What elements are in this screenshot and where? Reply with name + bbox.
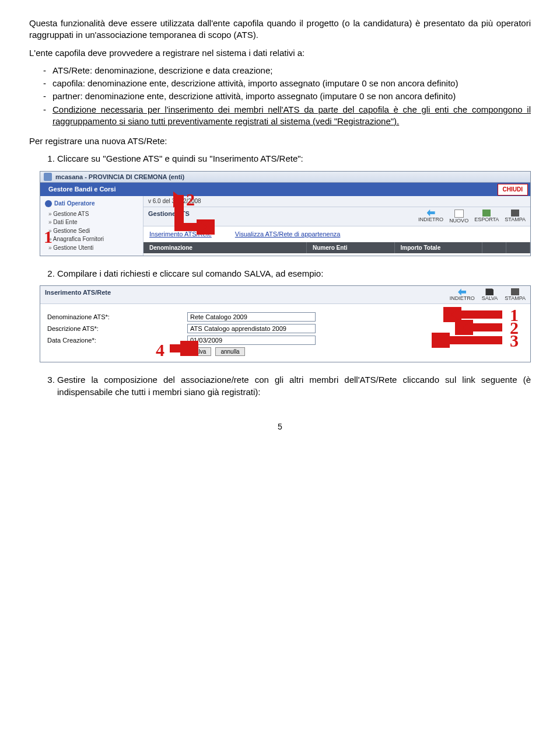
back-button[interactable]: INDIETRO (418, 210, 443, 224)
label-data: Data Creazione*: (47, 336, 187, 345)
section-title: Gestione ATS (148, 210, 418, 224)
annotation-arrow-4 (170, 344, 181, 352)
annotation-arrow-3 (450, 336, 502, 344)
list-item: ATS/Rete: denominazione, descrizione e d… (43, 65, 531, 76)
annotation-4: 4 (156, 338, 164, 362)
list-item: capofila: denominazione ente, descrizion… (43, 78, 531, 89)
col-importo: Importo Totale (395, 242, 483, 254)
input-descrizione[interactable] (187, 324, 316, 333)
label-denominazione: Denominazione ATS*: (47, 313, 187, 322)
print-button[interactable]: STAMPA (505, 288, 526, 301)
sidebar-item-anagrafica[interactable]: Anagrafica Fornitori (48, 235, 138, 243)
export-icon (482, 210, 491, 217)
arrow-left-icon (458, 288, 466, 295)
print-icon (511, 288, 519, 295)
input-denominazione[interactable] (187, 312, 316, 322)
window-title: mcasana - PROVINCIA DI CREMONA (enti) (55, 173, 527, 181)
annotation-arrow-2 (174, 195, 184, 224)
steps-list: Cliccare su "Gestione ATS" e quindi su "… (29, 153, 531, 398)
list-item: Condizione necessaria per l'inserimento … (43, 104, 531, 128)
link-visualizza[interactable]: Visualizza ATS/Rete di appartenenza (235, 230, 341, 239)
intro-paragraph-1: Questa funzionalità deve essere utilizza… (29, 18, 531, 41)
annotation-3: 3 (510, 329, 519, 353)
new-button[interactable]: NUOVO (449, 210, 468, 224)
grid-header: Denominazione Numero Enti Importo Totale (144, 242, 530, 254)
user-icon (45, 200, 52, 207)
intro-paragraph-2: L'ente capofila deve provvedere a regist… (29, 47, 531, 59)
sidebar-item-gestione-utenti[interactable]: Gestione Utenti (48, 244, 138, 252)
form-title: Inserimento ATS/Rete (45, 288, 450, 301)
sidebar-item-dati-ente[interactable]: Dati Ente (48, 218, 138, 226)
per-registrare: Per registrare una nuova ATS/Rete: (29, 135, 531, 147)
sidebar-item-gestione-sedi[interactable]: Gestione Sedi (48, 227, 138, 235)
save-button[interactable]: SALVA (482, 288, 498, 301)
label-descrizione: Descrizione ATS*: (47, 324, 187, 333)
screenshot-1: mcasana - PROVINCIA DI CREMONA (enti) Ge… (40, 171, 531, 257)
print-icon (511, 210, 519, 217)
top-tab[interactable]: Gestore Bandi e Corsi (40, 183, 124, 196)
annotation-arrow-2 (473, 323, 502, 331)
print-button[interactable]: STAMPA (505, 210, 526, 224)
version-label: v 6.0 del 31/12/2008 (144, 196, 530, 207)
step-1: Cliccare su "Gestione ATS" e quindi su "… (57, 153, 531, 256)
back-button[interactable]: INDIETRO (450, 288, 475, 301)
relative-data-list: ATS/Rete: denominazione, descrizione e d… (29, 65, 531, 127)
step-3: Gestire la composizione del associazione… (57, 374, 531, 398)
sidebar-header[interactable]: Dati Operatore (45, 200, 138, 208)
annotation-1: 1 (44, 225, 52, 249)
annulla-button[interactable]: annulla (215, 347, 244, 356)
new-icon (454, 210, 464, 218)
save-icon (485, 288, 494, 295)
page-number: 5 (29, 421, 531, 432)
col-denominazione: Denominazione (144, 242, 307, 254)
input-data[interactable] (187, 336, 316, 345)
export-button[interactable]: ESPORTA (474, 210, 499, 224)
annotation-arrow-1 (461, 310, 502, 319)
list-item: partner: denominazione ente, descrizione… (43, 90, 531, 102)
close-button[interactable]: CHIUDI (498, 184, 528, 196)
app-icon (44, 173, 52, 181)
annotation-2: 2 (186, 188, 195, 212)
col-numero-enti: Numero Enti (307, 242, 395, 254)
step-2: Compilare i dati richiesti e cliccare su… (57, 268, 531, 362)
sidebar-item-gestione-ats[interactable]: Gestione ATS (48, 210, 138, 218)
screenshot-2: Inserimento ATS/Rete INDIETRO SALVA STAM… (40, 285, 531, 362)
arrow-left-icon (427, 210, 435, 217)
